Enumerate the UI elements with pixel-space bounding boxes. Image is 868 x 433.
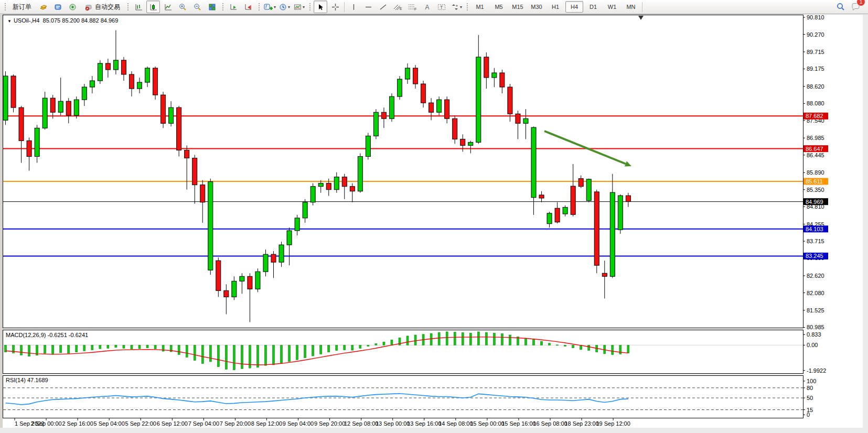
autotrade-label: 自动交易: [95, 3, 120, 12]
chevron-down-icon: ▾: [274, 5, 276, 9]
main-chart-panel[interactable]: [3, 15, 803, 328]
svg-text:T: T: [440, 5, 443, 10]
fibonacci-icon: F: [408, 3, 417, 12]
svg-text:E: E: [400, 7, 402, 10]
tf-button-M30[interactable]: M30: [528, 1, 545, 13]
trendline-icon: [379, 3, 388, 12]
text-icon: A: [423, 3, 432, 12]
trendline-button[interactable]: [376, 1, 390, 13]
channel-button[interactable]: E: [391, 1, 404, 13]
search-icon: [836, 2, 845, 12]
tile-windows-icon: [208, 3, 217, 12]
toolbar-separator: [642, 2, 642, 12]
candlestick-button[interactable]: [146, 1, 160, 13]
line-chart-icon: [164, 3, 173, 12]
crosshair-icon: [331, 3, 340, 12]
toolbar-grip[interactable]: [466, 2, 468, 12]
navigator-icon: [68, 3, 77, 12]
text-button[interactable]: A: [420, 1, 434, 13]
time-axis[interactable]: [3, 418, 863, 428]
line-chart-button[interactable]: [161, 1, 175, 13]
toolbar-separator: [344, 2, 345, 12]
zoom-in-button[interactable]: [176, 1, 189, 13]
vertical-line-button[interactable]: [347, 1, 360, 13]
window-right-edge: [863, 15, 868, 433]
toolbar-grip[interactable]: [4, 2, 6, 12]
macd-indicator-label: MACD(12,26,9) -0.6251 -0.6241: [6, 332, 88, 338]
periods-icon: [278, 3, 287, 12]
price-axis[interactable]: [803, 15, 863, 418]
add-indicator-button[interactable]: f ▾: [263, 1, 276, 13]
market-watch-icon: [39, 3, 48, 12]
candlestick-icon: [149, 3, 158, 12]
tile-windows-button[interactable]: [205, 1, 219, 13]
periods-button[interactable]: ▾: [277, 1, 291, 13]
tf-button-H1[interactable]: H1: [546, 1, 564, 13]
market-watch-button[interactable]: [36, 1, 50, 13]
toolbar-grip[interactable]: [308, 2, 311, 12]
auto-scroll-icon: [229, 3, 238, 12]
chevron-down-icon: ▾: [460, 5, 462, 9]
templates-button[interactable]: ▾: [292, 1, 306, 13]
ohlc-readout: 85.075 85.200 84.882 84.969: [43, 17, 119, 24]
tf-button-M1[interactable]: M1: [471, 1, 489, 13]
main-toolbar: 新订单 自动交易: [0, 0, 868, 14]
rsi-indicator-label: RSI(14) 47.1689: [6, 377, 48, 383]
tf-button-H4[interactable]: H4: [565, 1, 583, 13]
chevron-down-icon: ▾: [303, 5, 305, 9]
chevron-down-icon: ▾: [288, 5, 290, 9]
macd-panel[interactable]: [3, 330, 803, 374]
channel-icon: E: [393, 3, 403, 12]
arrows-icon: [451, 3, 459, 12]
tf-button-D1[interactable]: D1: [584, 1, 602, 13]
chart-title-expander-icon[interactable]: ▼: [7, 19, 12, 24]
cursor-button[interactable]: [314, 1, 327, 13]
tf-button-MN[interactable]: MN: [622, 1, 640, 13]
search-button[interactable]: [834, 1, 848, 13]
templates-icon: [293, 3, 302, 12]
window-bottom-edge: [0, 428, 868, 433]
label-button[interactable]: T: [435, 1, 448, 13]
chat-button[interactable]: 1: [849, 1, 862, 13]
arrows-button[interactable]: ▾: [449, 1, 463, 13]
rsi-panel[interactable]: [3, 375, 803, 418]
svg-text:A: A: [425, 4, 429, 11]
add-indicator-icon: f: [263, 3, 273, 12]
toolbar-grip[interactable]: [258, 2, 260, 12]
toolbar-grip[interactable]: [126, 2, 129, 12]
horizontal-line-button[interactable]: [361, 1, 375, 13]
label-icon: T: [437, 3, 447, 12]
svg-text:F: F: [414, 7, 416, 11]
timeframe-bar: M1M5M15M30H1H4D1W1MN: [470, 1, 640, 13]
data-window-icon: [53, 3, 62, 12]
toolbar-grip[interactable]: [221, 2, 224, 12]
autotrade-icon: [84, 3, 93, 12]
crosshair-button[interactable]: [328, 1, 342, 13]
notification-badge: 1: [856, 0, 865, 6]
new-order-label: 新订单: [13, 3, 31, 12]
horizontal-line-icon: [364, 3, 373, 12]
cursor-icon: [316, 3, 325, 12]
auto-scroll-button[interactable]: [227, 1, 240, 13]
tf-button-M15[interactable]: M15: [509, 1, 527, 13]
zoom-out-button[interactable]: [190, 1, 204, 13]
zoom-in-icon: [178, 3, 187, 12]
bar-chart-button[interactable]: [132, 1, 145, 13]
vertical-line-icon: [349, 3, 358, 12]
data-window-button[interactable]: [51, 1, 65, 13]
navigator-button[interactable]: [66, 1, 79, 13]
chart-title[interactable]: ▼USOil-,H4 85.075 85.200 84.882 84.969: [7, 17, 118, 24]
tf-button-W1[interactable]: W1: [603, 1, 621, 13]
new-order-button[interactable]: 新订单: [9, 1, 35, 13]
fibonacci-button[interactable]: F: [405, 1, 419, 13]
chart-shift-button[interactable]: [241, 1, 255, 13]
chart-shift-icon: [244, 3, 253, 12]
symbol-period-label: USOil-,H4: [14, 17, 40, 24]
bar-chart-icon: [134, 3, 143, 12]
tf-button-M5[interactable]: M5: [490, 1, 508, 13]
zoom-out-icon: [193, 3, 202, 12]
autotrade-button[interactable]: 自动交易: [80, 1, 124, 13]
